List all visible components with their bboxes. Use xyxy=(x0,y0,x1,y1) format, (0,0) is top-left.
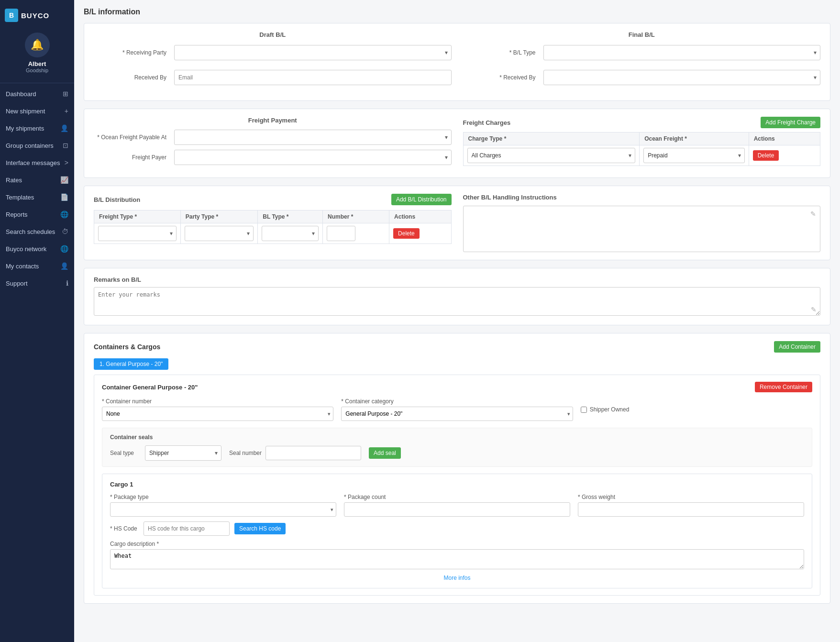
draft-received-by-input[interactable] xyxy=(174,70,452,85)
seal-type-select[interactable]: Shipper xyxy=(145,445,221,461)
add-container-button[interactable]: Add Container xyxy=(774,341,820,353)
hs-code-input[interactable] xyxy=(144,521,230,536)
container-number-select[interactable]: None xyxy=(102,407,333,421)
freight-payer-row: Freight Payer xyxy=(94,150,452,165)
page-title: B/L information xyxy=(84,8,830,16)
actions-cell: Delete xyxy=(749,145,820,166)
party-type-cell xyxy=(180,223,258,244)
reports-icon: 🌐 xyxy=(60,210,68,218)
container-tab-active[interactable]: 1. General Purpose - 20" xyxy=(94,358,168,370)
hs-code-label: * HS Code xyxy=(110,525,139,532)
bl-type-row: * B/L Type xyxy=(463,45,821,60)
sidebar-item-my-contacts[interactable]: My contacts 👤 xyxy=(0,257,74,275)
other-bl-section: Other B/L Handling Instructions ✎ xyxy=(463,194,821,252)
sidebar-item-rates[interactable]: Rates 📈 xyxy=(0,171,74,188)
remove-container-button[interactable]: Remove Container xyxy=(755,382,812,392)
other-bl-textarea[interactable] xyxy=(467,218,817,246)
add-bl-distribution-button[interactable]: Add B/L Distribution xyxy=(391,194,452,205)
more-infos-link[interactable]: More infos xyxy=(110,571,804,581)
seal-number-input[interactable] xyxy=(265,446,361,460)
sidebar-item-search-schedules[interactable]: Search schedules ⏱ xyxy=(0,223,74,240)
sidebar-item-dashboard[interactable]: Dashboard ⊞ xyxy=(0,85,74,102)
freight-card: Freight Payment * Ocean Freight Payable … xyxy=(84,109,830,178)
remarks-edit-icon: ✎ xyxy=(811,306,817,313)
templates-icon: 📄 xyxy=(60,193,68,201)
add-freight-charge-button[interactable]: Add Freight Charge xyxy=(761,117,820,128)
gross-weight-label: * Gross weight xyxy=(578,494,804,500)
package-type-select[interactable] xyxy=(110,502,336,517)
cargo-description-input[interactable]: Wheat xyxy=(110,549,804,569)
freight-type-header: Freight Type * xyxy=(94,210,181,223)
seals-section: Container seals Seal type Shipper Seal n… xyxy=(102,428,812,467)
search-hs-button[interactable]: Search HS code xyxy=(234,523,286,534)
seal-type-select-wrap: Shipper xyxy=(145,445,221,461)
seal-number-field: Seal number xyxy=(229,446,361,460)
container-box-header: Container General Purpose - 20" Remove C… xyxy=(102,382,812,392)
bl-type-dist-select-wrap xyxy=(262,226,319,241)
container-category-select[interactable]: General Purpose - 20" xyxy=(341,407,573,421)
sidebar-item-templates[interactable]: Templates 📄 xyxy=(0,188,74,206)
rates-icon: 📈 xyxy=(60,176,68,184)
sidebar-item-my-shipments[interactable]: My shipments 👤 xyxy=(0,120,74,137)
gross-weight-input[interactable]: 15000,0 xyxy=(578,502,804,517)
nav-divider xyxy=(0,83,74,83)
freight-charges-section: Freight Charges Add Freight Charge Charg… xyxy=(463,117,821,170)
seals-title: Container seals xyxy=(110,434,804,441)
support-icon: ℹ xyxy=(66,279,68,287)
dist-actions-cell: Delete xyxy=(389,223,451,244)
other-bl-edit-icon[interactable]: ✎ xyxy=(810,210,816,218)
ocean-freight-value-wrap: Prepaid xyxy=(643,148,744,163)
sidebar-item-new-shipment[interactable]: New shipment + xyxy=(0,102,74,120)
cargo-section: Cargo 1 * Package type * Package count *… xyxy=(102,474,812,588)
final-received-by-select[interactable] xyxy=(543,70,821,85)
charge-type-select-wrap: All Charges xyxy=(467,148,636,163)
bl-type-select[interactable] xyxy=(543,45,821,60)
cargo-description-group: Cargo description * Wheat xyxy=(110,541,804,571)
charge-type-select[interactable]: All Charges xyxy=(467,148,636,163)
logo-icon: B xyxy=(5,9,18,22)
freight-type-select[interactable] xyxy=(98,226,177,241)
sidebar: B BUYCO 🔔 Albert Goodship Dashboard ⊞ Ne… xyxy=(0,0,74,642)
sidebar-item-interface-messages[interactable]: Interface messages > xyxy=(0,154,74,171)
distribution-table: Freight Type * Party Type * BL Type * Nu… xyxy=(94,210,452,244)
logo-name: BUYCO xyxy=(21,11,49,20)
distribution-card: B/L Distribution Add B/L Distribution Fr… xyxy=(84,186,830,260)
freight-charges-title: Freight Charges xyxy=(463,119,511,126)
sidebar-item-group-containers[interactable]: Group containers ⊡ xyxy=(0,137,74,154)
container-category-select-wrap: General Purpose - 20" xyxy=(341,407,573,421)
package-type-label: * Package type xyxy=(110,494,336,500)
sidebar-item-buyco-network[interactable]: Buyco network 🌐 xyxy=(0,240,74,257)
bl-type-dist-select[interactable] xyxy=(262,226,319,241)
bl-type-label: * B/L Type xyxy=(463,49,540,56)
remarks-textarea[interactable] xyxy=(94,287,820,316)
shipper-owned-checkbox-group: Shipper Owned xyxy=(581,406,812,413)
party-type-select[interactable] xyxy=(185,226,254,241)
ocean-freight-value-select[interactable]: Prepaid xyxy=(643,148,744,163)
group-containers-icon: ⊡ xyxy=(63,142,68,149)
receiving-party-select[interactable] xyxy=(174,45,452,60)
freight-payment-title: Freight Payment xyxy=(94,117,452,124)
seals-row: Seal type Shipper Seal number Add seal xyxy=(110,445,804,461)
bl-type-col-header: BL Type * xyxy=(258,210,323,223)
my-shipments-icon: 👤 xyxy=(60,124,68,132)
freight-payer-select[interactable] xyxy=(174,150,452,165)
final-bl-header: Final B/L xyxy=(463,31,821,41)
package-count-input[interactable] xyxy=(344,502,570,517)
bl-type-select-wrap xyxy=(543,45,821,60)
remarks-label: Remarks on B/L xyxy=(94,276,820,283)
shipper-owned-group: Shipper Owned xyxy=(581,406,812,413)
freight-payer-select-wrap xyxy=(174,150,452,165)
add-seal-button[interactable]: Add seal xyxy=(369,447,401,459)
shipper-owned-checkbox[interactable] xyxy=(581,407,587,413)
hs-code-row: * HS Code Search HS code xyxy=(110,521,804,536)
delete-charge-button[interactable]: Delete xyxy=(753,150,779,161)
sidebar-item-support[interactable]: Support ℹ xyxy=(0,275,74,292)
ocean-freight-select[interactable] xyxy=(174,130,452,145)
distribution-header-row: Freight Type * Party Type * BL Type * Nu… xyxy=(94,210,452,223)
seal-type-field: Seal type Shipper xyxy=(110,445,221,461)
buyco-network-icon: 🌐 xyxy=(60,245,68,253)
sidebar-item-reports[interactable]: Reports 🌐 xyxy=(0,206,74,223)
package-count-label: * Package count xyxy=(344,494,570,500)
number-input[interactable] xyxy=(327,226,355,241)
delete-distribution-button[interactable]: Delete xyxy=(393,228,420,239)
